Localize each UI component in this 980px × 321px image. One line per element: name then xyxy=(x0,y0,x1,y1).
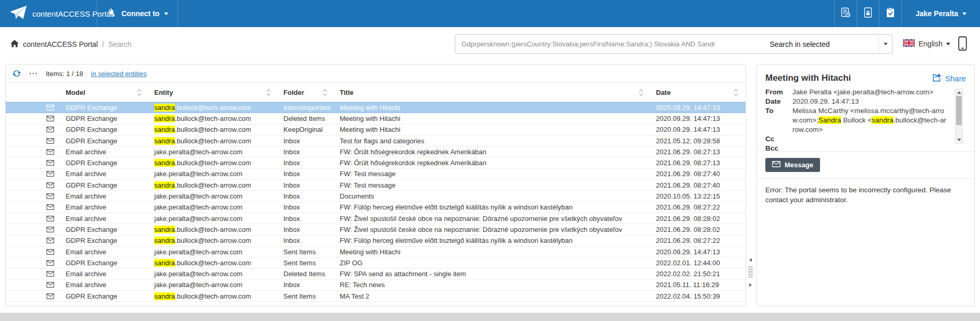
table-header-row: ModelEntityFolderTitleDate xyxy=(6,83,746,102)
cell-title: Documents xyxy=(334,191,651,201)
column-header-title[interactable]: Title xyxy=(334,83,651,102)
cell-folder: Inbox xyxy=(278,146,334,157)
cell-entity: sandra.bullock@tech-arrow.com xyxy=(149,236,278,246)
email-type-icon xyxy=(6,268,60,279)
table-row[interactable]: Email archivejake.peralta@tech-arrow.com… xyxy=(6,169,746,180)
refresh-icon[interactable] xyxy=(12,69,21,78)
cell-title: FW: SPA send as attachment - single item xyxy=(334,268,651,279)
splitter-handle[interactable] xyxy=(747,258,753,287)
table-row[interactable]: Email archivejake.peralta@tech-arrow.com… xyxy=(6,213,746,224)
email-type-icon xyxy=(6,291,60,301)
in-selected-entities-link[interactable]: in selected entities xyxy=(91,70,147,78)
cell-folder: Sent Items xyxy=(278,246,334,257)
cell-title: RE: Tech news xyxy=(334,280,651,290)
table-row[interactable]: Email archivejake.peralta@tech-arrow.com… xyxy=(6,146,746,157)
tasks-button[interactable] xyxy=(879,0,901,27)
scroll-up-icon[interactable] xyxy=(956,89,962,96)
table-row[interactable]: GDPR Exchangesandra.bullock@tech-arrow.c… xyxy=(6,224,746,235)
top-navbar: contentACCESS Portal Connect to Ja xyxy=(0,0,980,27)
cell-title: FW: Őrült hőségrekordok repkednek Amerik… xyxy=(334,146,651,157)
report-history-button[interactable] xyxy=(834,0,857,27)
table-row[interactable]: GDPR Exchangesandra.bullock@tech-arrow.c… xyxy=(6,102,746,113)
language-label: English xyxy=(919,40,942,48)
search-query-input[interactable] xyxy=(455,34,722,54)
cell-folder: Inbox xyxy=(278,280,334,290)
table-row[interactable]: GDPR Exchangesandra.bullock@tech-arrow.c… xyxy=(6,257,746,268)
cell-date: 2021.05.12. 09:28:58 xyxy=(651,135,746,146)
scroll-down-icon[interactable] xyxy=(956,137,962,143)
mobile-view-button[interactable] xyxy=(958,36,967,53)
cell-folder: Inbox\Important xyxy=(278,103,334,113)
cell-model: GDPR Exchange xyxy=(60,224,149,234)
column-header-entity[interactable]: Entity xyxy=(149,83,278,102)
table-row[interactable]: Email archivejake.peralta@tech-arrow.com… xyxy=(6,268,746,279)
cell-folder: KeepOriginal xyxy=(278,125,334,135)
table-row[interactable]: GDPR Exchangesandra.bullock@tech-arrow.c… xyxy=(6,291,746,302)
more-actions-button[interactable]: ··· xyxy=(29,69,38,78)
cell-entity: jake.peralta@tech-arrow.com xyxy=(149,191,278,201)
cell-model: Email archive xyxy=(60,213,149,224)
user-menu[interactable]: Jake Peralta xyxy=(901,0,980,27)
column-header-model[interactable]: Model xyxy=(60,83,149,102)
legal-hold-button[interactable] xyxy=(857,0,879,27)
cell-model: GDPR Exchange xyxy=(60,291,149,301)
connect-to-menu[interactable]: Connect to xyxy=(97,0,178,27)
bcc-value xyxy=(792,144,948,153)
column-header-date[interactable]: Date xyxy=(651,83,746,102)
cell-folder: Inbox xyxy=(278,135,334,146)
cell-date: 2020.09.29. 14:47:13 xyxy=(651,125,746,135)
table-row[interactable]: GDPR Exchangesandra.bullock@tech-arrow.c… xyxy=(6,125,746,135)
cell-entity: sandra.bullock@tech-arrow.com xyxy=(149,135,278,146)
table-row[interactable]: Email archivejake.peralta@tech-arrow.com… xyxy=(6,202,746,213)
message-button-label: Message xyxy=(785,161,813,169)
preview-scrollbar[interactable] xyxy=(955,89,963,144)
preview-fields: From Jake Peralta <jake.peralta@tech-arr… xyxy=(765,88,966,146)
cell-model: GDPR Exchange xyxy=(60,257,149,268)
email-type-icon xyxy=(6,180,60,190)
connect-to-label: Connect to xyxy=(121,9,159,18)
cell-entity: sandra.bullock@tech-arrow.com xyxy=(149,113,278,124)
table-row[interactable]: Email archivejake.peralta@tech-arrow.com… xyxy=(6,191,746,202)
breadcrumb-portal[interactable]: contentACCESS Portal xyxy=(23,40,98,48)
scrollbar-thumb[interactable] xyxy=(956,96,962,125)
language-selector[interactable]: English xyxy=(903,39,950,48)
cell-entity: sandra.bullock@tech-arrow.com xyxy=(149,125,278,135)
table-row[interactable]: GDPR Exchangesandra.bullock@tech-arrow.c… xyxy=(6,113,746,124)
cell-title: FW: Živel spustošil české obce na nepozn… xyxy=(334,224,651,234)
table-row[interactable]: Email archivejake.peralta@tech-arrow.com… xyxy=(6,280,746,291)
app-brand[interactable]: contentACCESS Portal xyxy=(0,0,97,27)
email-type-icon xyxy=(6,146,60,157)
cell-folder: Inbox xyxy=(278,224,334,234)
email-type-icon xyxy=(6,202,60,213)
table-row[interactable]: GDPR Exchangesandra.bullock@tech-arrow.c… xyxy=(6,236,746,246)
table-row[interactable]: GDPR Exchangesandra.bullock@tech-arrow.c… xyxy=(6,180,746,191)
user-name: Jake Peralta xyxy=(915,9,958,18)
share-button[interactable]: Share xyxy=(932,73,966,83)
cell-entity: jake.peralta@tech-arrow.com xyxy=(149,146,278,157)
breadcrumb: contentACCESS Portal / Search xyxy=(10,40,131,49)
search-in-selected-button[interactable]: Search in selected xyxy=(721,34,879,54)
search-options-dropdown[interactable] xyxy=(878,34,892,54)
email-type-icon xyxy=(6,280,60,290)
date-label: Date xyxy=(765,97,792,106)
cell-date: 2021.05.11. 11:16:29 xyxy=(651,280,746,290)
cell-entity: jake.peralta@tech-arrow.com xyxy=(149,169,278,179)
cell-date: 2021.06.29. 08:28:02 xyxy=(651,224,746,234)
cell-title: Meeting with Hitachi xyxy=(334,103,651,113)
cell-folder: Inbox xyxy=(278,213,334,224)
cell-folder: Inbox xyxy=(278,169,334,179)
cell-model: Email archive xyxy=(60,280,149,290)
table-row[interactable]: GDPR Exchangesandra.bullock@tech-arrow.c… xyxy=(6,135,746,146)
home-icon[interactable] xyxy=(10,40,19,49)
cell-title: Meeting with Hitachi xyxy=(334,246,651,257)
column-header-folder[interactable]: Folder xyxy=(278,83,334,102)
email-type-icon xyxy=(6,224,60,234)
cell-title: FW: Őrült hőségrekordok repkednek Amerik… xyxy=(334,157,651,168)
cell-folder: Sent Items xyxy=(278,257,334,268)
table-row[interactable]: Email archivejake.peralta@tech-arrow.com… xyxy=(6,246,746,257)
cell-title: MA Test 2 xyxy=(334,291,651,301)
cell-title: FW: Fülöp herceg életműve előtt tisztelg… xyxy=(334,202,651,213)
table-row[interactable]: GDPR Exchangesandra.bullock@tech-arrow.c… xyxy=(6,157,746,168)
message-tab-button[interactable]: Message xyxy=(765,158,820,172)
cell-model: GDPR Exchange xyxy=(60,236,149,246)
